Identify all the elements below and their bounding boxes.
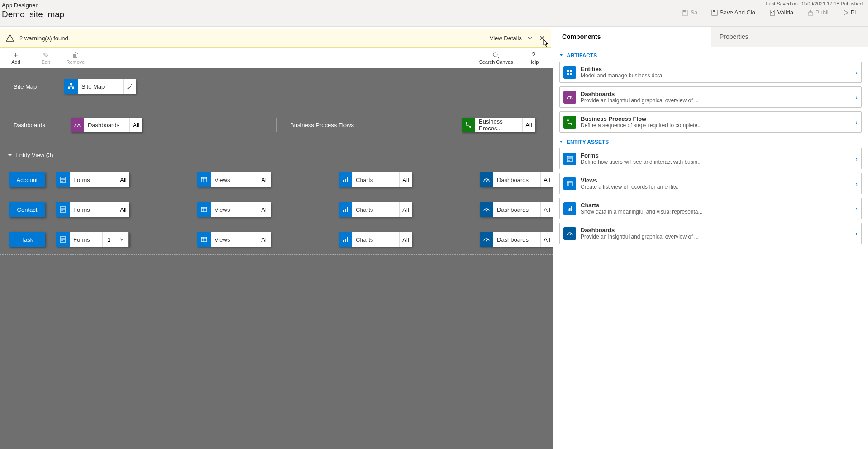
chevron-right-icon: › <box>855 69 858 76</box>
warning-close-button[interactable]: ✕ <box>537 33 546 43</box>
save-and-close-button[interactable]: Save And Clo... <box>709 7 763 18</box>
card-desc: Create a list view of records for an ent… <box>581 184 851 190</box>
dashboards-count: All <box>129 118 142 132</box>
chevron-right-icon: › <box>855 180 858 187</box>
add-button[interactable]: +Add <box>5 49 26 67</box>
search-canvas-button[interactable]: Search Canvas <box>478 49 514 67</box>
entity-row: Account Forms All Views All Charts All D… <box>0 165 553 195</box>
tab-components[interactable]: Components <box>553 27 711 47</box>
chevron-down-icon[interactable] <box>115 232 128 247</box>
entity-chip[interactable]: Contact <box>9 202 45 217</box>
trash-icon: 🗑 <box>72 51 79 59</box>
validate-button[interactable]: Valida... <box>767 7 801 18</box>
sitemap-tile[interactable]: Site Map <box>64 79 136 94</box>
svg-rect-39 <box>345 209 346 212</box>
gauge-icon <box>563 227 576 240</box>
canvas-action-bar: +Add ✎Edit 🗑Remove Search Canvas ?Help <box>0 48 553 68</box>
svg-rect-46 <box>201 237 207 242</box>
gauge-icon <box>480 232 493 247</box>
view-details-link[interactable]: View Details <box>490 35 522 42</box>
card-desc: Show data in a meaningful and visual rep… <box>581 209 851 215</box>
canvas: Site Map Site Map Dashboards Dashbo <box>0 68 553 449</box>
svg-point-8 <box>493 53 497 57</box>
form-icon <box>56 232 70 247</box>
card-desc: Provide an insightful and graphical over… <box>581 234 851 240</box>
chevron-right-icon: › <box>855 230 858 237</box>
svg-rect-53 <box>567 70 569 72</box>
view-icon <box>197 232 211 247</box>
play-button[interactable]: Pl... <box>840 7 863 18</box>
gauge-icon <box>71 118 84 132</box>
views-tile[interactable]: Views All <box>197 202 271 217</box>
save-close-icon <box>711 10 718 16</box>
chevron-right-icon: › <box>855 205 858 212</box>
chart-icon <box>339 172 352 187</box>
toolbar-actions: Sa... Save And Clo... Valida... Publi...… <box>679 7 863 18</box>
form-icon <box>563 153 576 165</box>
forms-tile[interactable]: Forms All <box>56 202 129 217</box>
svg-rect-24 <box>201 177 207 182</box>
charts-tile[interactable]: Charts All <box>339 232 412 247</box>
card-title: Forms <box>581 152 851 159</box>
dashboards-tile[interactable]: Dashboards All <box>480 232 553 247</box>
search-icon <box>492 51 500 59</box>
dashboards-label: Dashboards <box>14 122 52 129</box>
view-icon <box>563 177 576 190</box>
component-card[interactable]: Charts Show data in a meaningful and vis… <box>559 198 862 219</box>
svg-point-18 <box>466 122 467 124</box>
asset-count: All <box>117 172 129 187</box>
sitemap-icon <box>64 79 78 94</box>
svg-rect-55 <box>567 73 569 75</box>
caret-down-icon <box>559 53 564 58</box>
artifacts-header[interactable]: ARTIFACTS <box>559 50 862 62</box>
pencil-icon: ✎ <box>43 51 49 59</box>
warning-expand-button[interactable] <box>525 33 534 43</box>
entity-chip[interactable]: Account <box>9 172 45 187</box>
entity-view-header[interactable]: Entity View (3) <box>0 145 553 165</box>
svg-rect-67 <box>568 209 569 211</box>
svg-line-9 <box>497 56 499 58</box>
component-card[interactable]: Dashboards Provide an insightful and gra… <box>559 223 862 244</box>
charts-tile[interactable]: Charts All <box>339 172 412 187</box>
svg-rect-50 <box>345 239 346 242</box>
svg-rect-12 <box>72 87 74 89</box>
component-card[interactable]: Business Process Flow Define a sequence … <box>559 111 862 133</box>
bpf-tile[interactable]: Business Proces... All <box>462 118 535 132</box>
svg-line-52 <box>486 239 488 241</box>
form-icon <box>56 202 70 217</box>
component-card[interactable]: Forms Define how users will see and inte… <box>559 148 862 169</box>
views-tile[interactable]: Views All <box>197 172 271 187</box>
dashboards-tile[interactable]: Dashboards All <box>480 172 553 187</box>
dashboards-tile[interactable]: Dashboards All <box>480 202 553 217</box>
grid-icon <box>563 66 576 79</box>
plus-icon: + <box>14 51 18 59</box>
help-button[interactable]: ?Help <box>523 49 544 67</box>
component-card[interactable]: Views Create a list view of records for … <box>559 173 862 194</box>
tab-properties[interactable]: Properties <box>711 27 868 47</box>
svg-rect-40 <box>347 207 348 212</box>
dashboards-tile[interactable]: Dashboards All <box>71 118 142 132</box>
svg-rect-51 <box>347 237 348 242</box>
app-designer-label: App Designer <box>2 2 64 9</box>
entity-assets-header[interactable]: ENTITY ASSETS <box>559 136 862 148</box>
svg-rect-49 <box>343 240 344 242</box>
publish-icon <box>807 10 814 16</box>
header: App Designer Demo_site_map Last Saved on… <box>0 0 868 26</box>
forms-tile[interactable]: Forms All <box>56 172 129 187</box>
chart-icon <box>563 202 576 215</box>
remove-button: 🗑Remove <box>65 49 86 67</box>
forms-tile[interactable]: Forms 1 <box>56 232 129 247</box>
chevron-right-icon: › <box>855 119 858 126</box>
help-icon: ? <box>532 51 536 59</box>
component-card[interactable]: Entities Model and manage business data.… <box>559 62 862 83</box>
charts-tile[interactable]: Charts All <box>339 202 412 217</box>
asset-count: All <box>540 202 553 217</box>
chevron-right-icon: › <box>855 94 858 101</box>
entity-chip[interactable]: Task <box>9 232 45 247</box>
views-tile[interactable]: Views All <box>197 232 271 247</box>
svg-rect-54 <box>570 70 572 72</box>
sitemap-edit-button[interactable] <box>123 79 136 94</box>
chevron-right-icon: › <box>855 155 858 162</box>
svg-rect-38 <box>343 210 344 212</box>
component-card[interactable]: Dashboards Provide an insightful and gra… <box>559 86 862 108</box>
